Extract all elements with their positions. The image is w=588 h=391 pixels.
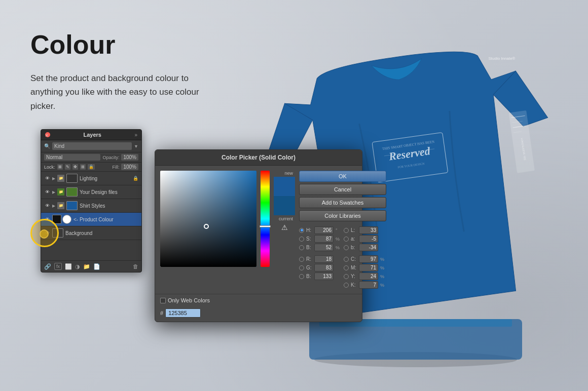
adjustment-layer-btn[interactable]: ◑ bbox=[75, 263, 80, 270]
unit-M: % bbox=[380, 265, 386, 270]
only-web-colors-label: Only Web Colors bbox=[168, 297, 210, 303]
layer-collapse-design[interactable]: ▶ bbox=[52, 190, 55, 194]
lock-artboard-icon[interactable]: ⊞ bbox=[80, 164, 86, 170]
label-B: B: bbox=[306, 245, 312, 250]
link-layers-btn[interactable]: 🔗 bbox=[44, 263, 51, 270]
input-b[interactable] bbox=[359, 244, 378, 251]
layer-name-shirt: Shirt Styles bbox=[80, 203, 138, 209]
input-M[interactable] bbox=[359, 264, 378, 271]
layer-item-shirt[interactable]: 👁 ▶ 📁 Shirt Styles bbox=[41, 199, 141, 213]
fx-btn[interactable]: fx bbox=[54, 263, 62, 270]
cancel-button[interactable]: Cancel bbox=[299, 184, 386, 195]
eye-icon[interactable]: 👁 bbox=[44, 175, 50, 181]
eye-icon-shirt[interactable]: 👁 bbox=[44, 203, 50, 209]
color-picker-dialog: Color Picker (Solid Color) new current ⚠ bbox=[155, 149, 362, 322]
opacity-value[interactable]: 100% bbox=[121, 154, 138, 161]
blend-mode-select[interactable]: Normal bbox=[44, 154, 100, 161]
delete-layer-btn[interactable]: 🗑 bbox=[133, 263, 138, 269]
current-color-label: current bbox=[279, 216, 295, 221]
radio-H[interactable] bbox=[299, 228, 304, 233]
lock-all-icon[interactable]: 🔒 bbox=[88, 164, 95, 170]
radio-C[interactable] bbox=[344, 257, 349, 262]
input-H[interactable] bbox=[314, 226, 334, 234]
radio-a[interactable] bbox=[344, 237, 349, 242]
label-G: G: bbox=[306, 265, 312, 270]
layer-collapse-lighting[interactable]: ▶ bbox=[52, 176, 55, 181]
folder-icon: 📁 bbox=[57, 175, 64, 182]
unit-C: % bbox=[380, 257, 386, 262]
lock-transform-icon[interactable]: ⊠ bbox=[57, 164, 63, 170]
radio-K[interactable] bbox=[344, 283, 349, 288]
kind-dropdown[interactable]: ▼ bbox=[134, 144, 138, 149]
panel-titlebar: × Layers » bbox=[41, 130, 141, 140]
input-a[interactable] bbox=[359, 235, 378, 243]
radio-B2[interactable] bbox=[299, 274, 304, 279]
input-row-B2: B: Y: % bbox=[299, 272, 386, 280]
folder-icon-shirt: 📁 bbox=[57, 202, 64, 209]
lock-draw-icon[interactable]: ✎ bbox=[65, 164, 70, 170]
panel-toolbar: 🔗 fx ⬜ ◑ 📁 📄 🗑 bbox=[41, 260, 141, 272]
input-S[interactable] bbox=[314, 235, 334, 243]
radio-L[interactable] bbox=[344, 228, 349, 233]
input-L[interactable] bbox=[359, 226, 378, 234]
lock-row: Lock: ⊠ ✎ ✥ ⊞ 🔒 Fill: 100% bbox=[41, 163, 141, 172]
color-inputs: H: ° L: S: % a: bbox=[299, 226, 386, 289]
fill-value[interactable]: 100% bbox=[121, 164, 138, 170]
radio-M[interactable] bbox=[344, 265, 349, 270]
label-C: C: bbox=[351, 256, 357, 262]
add-mask-btn[interactable]: ⬜ bbox=[65, 263, 72, 270]
radio-B[interactable] bbox=[299, 245, 304, 250]
gradient-cursor[interactable] bbox=[204, 224, 209, 229]
input-G[interactable] bbox=[314, 264, 334, 271]
layer-item-product[interactable]: 👁 <- Product Colour bbox=[41, 213, 141, 226]
layer-name-product: <- Product Colour bbox=[74, 217, 138, 222]
label-H: H: bbox=[306, 227, 312, 233]
eye-icon-design[interactable]: 👁 bbox=[44, 189, 50, 195]
input-row-B: B: % b: bbox=[299, 244, 386, 251]
add-to-swatches-button[interactable]: Add to Swatches bbox=[299, 197, 386, 208]
dialog-body: new current ⚠ OK Cancel Add to Swatches … bbox=[155, 166, 362, 294]
only-web-colors-checkbox[interactable] bbox=[160, 298, 166, 303]
label-R: R: bbox=[306, 256, 312, 262]
radio-S[interactable] bbox=[299, 237, 304, 242]
radio-G[interactable] bbox=[299, 265, 304, 270]
dialog-right-panel: OK Cancel Add to Swatches Color Librarie… bbox=[299, 171, 386, 289]
unit-S: % bbox=[336, 237, 342, 242]
hex-input[interactable] bbox=[165, 308, 201, 318]
opacity-label: Opacity: bbox=[102, 155, 119, 160]
search-kind[interactable]: Kind bbox=[52, 142, 132, 150]
input-B[interactable] bbox=[314, 244, 334, 251]
panel-expand-btn[interactable]: » bbox=[134, 132, 137, 138]
input-K[interactable] bbox=[359, 281, 378, 289]
new-group-btn[interactable]: 📁 bbox=[83, 263, 90, 270]
hue-slider[interactable] bbox=[261, 171, 270, 267]
dialog-titlebar: Color Picker (Solid Color) bbox=[155, 150, 362, 166]
unit-Y: % bbox=[380, 274, 386, 279]
layer-name-design: Your Design files bbox=[80, 189, 138, 195]
layer-item-background[interactable]: 👁 Background bbox=[41, 226, 141, 240]
new-color-swatch bbox=[274, 177, 295, 196]
layer-item-lighting[interactable]: 👁 ▶ 📁 Lighting 🔒 bbox=[41, 172, 141, 185]
only-web-colors-row: Only Web Colors bbox=[155, 294, 362, 306]
input-Y[interactable] bbox=[359, 272, 378, 280]
layer-collapse-shirt[interactable]: ▶ bbox=[52, 204, 55, 208]
input-C[interactable] bbox=[359, 255, 378, 263]
layer-item-design[interactable]: 👁 ▶ 📁 Your Design files bbox=[41, 185, 141, 199]
radio-Y[interactable] bbox=[344, 274, 349, 279]
input-R[interactable] bbox=[314, 255, 334, 263]
layer-name-lighting: Lighting bbox=[80, 176, 131, 181]
eye-icon-product[interactable]: 👁 bbox=[44, 216, 50, 222]
input-B2[interactable] bbox=[314, 272, 334, 280]
product-color-indicator bbox=[40, 229, 49, 239]
hue-slider-container bbox=[261, 171, 270, 289]
web-color-warning-icon[interactable]: ⚠ bbox=[281, 223, 288, 231]
color-libraries-button[interactable]: Color Libraries bbox=[299, 210, 386, 221]
color-gradient-picker[interactable] bbox=[160, 171, 256, 267]
input-row-S: S: % a: bbox=[299, 235, 386, 243]
new-layer-btn[interactable]: 📄 bbox=[93, 263, 100, 270]
lock-move-icon[interactable]: ✥ bbox=[72, 164, 78, 170]
ok-button[interactable]: OK bbox=[299, 171, 386, 182]
panel-close-btn[interactable]: × bbox=[45, 132, 50, 137]
radio-R[interactable] bbox=[299, 257, 304, 262]
radio-b[interactable] bbox=[344, 245, 349, 250]
